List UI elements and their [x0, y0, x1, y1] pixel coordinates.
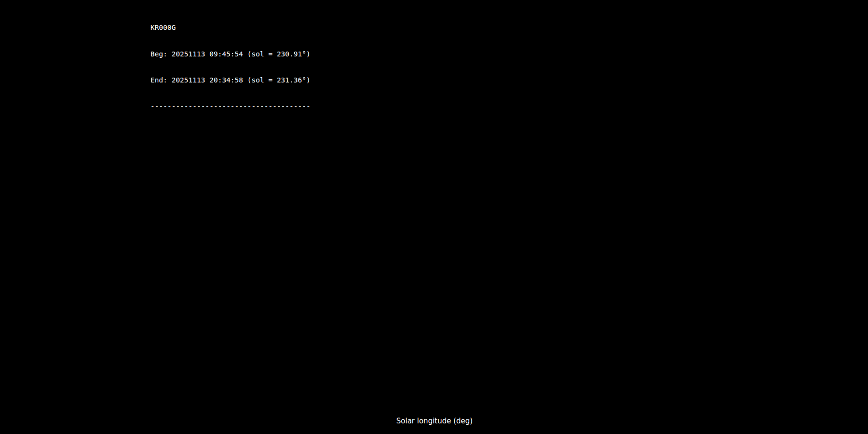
separator-line: --------------------------------------	[150, 102, 311, 110]
radiant-plot-canvas: Solar longitude (deg)	[0, 0, 868, 434]
beg-line: Beg: 20251113 09:45:54 (sol = 230.91°)	[150, 50, 311, 58]
x-axis-label: Solar longitude (deg)	[396, 417, 473, 425]
station-id: KR000G	[150, 23, 311, 32]
end-line: End: 20251113 20:34:58 (sol = 231.36°)	[150, 76, 311, 84]
info-block: KR000G Beg: 20251113 09:45:54 (sol = 230…	[150, 6, 311, 137]
